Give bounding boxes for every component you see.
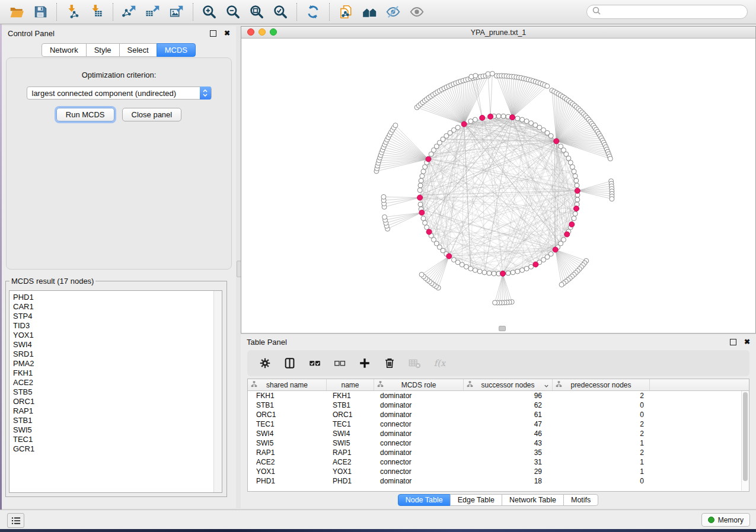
mcds-result-item[interactable]: STP4: [13, 312, 222, 321]
close-control-panel-button[interactable]: ✖: [224, 29, 230, 37]
table-scrollbar[interactable]: [741, 391, 749, 491]
cell-shared-name[interactable]: FKH1: [248, 392, 327, 400]
cell-name[interactable]: YOX1: [327, 467, 374, 476]
show-graphics-details-button[interactable]: [384, 3, 402, 21]
table-row[interactable]: STB1STB1dominator620: [248, 400, 749, 410]
cell-successor-nodes[interactable]: 18: [464, 477, 553, 485]
cell-shared-name[interactable]: ORC1: [248, 411, 327, 419]
refresh-view-button[interactable]: [304, 3, 322, 21]
mcds-result-item[interactable]: ORC1: [13, 397, 222, 406]
mcds-result-item[interactable]: TEC1: [13, 435, 222, 444]
memory-button[interactable]: Memory: [701, 513, 750, 527]
mcds-result-item[interactable]: SWI4: [13, 340, 222, 350]
cell-name[interactable]: ORC1: [327, 411, 374, 419]
table-scrollbar-thumb[interactable]: [743, 392, 748, 481]
cell-name[interactable]: FKH1: [327, 392, 374, 400]
cell-successor-nodes[interactable]: 61: [464, 411, 553, 419]
table-row[interactable]: ACE2ACE2connector311: [248, 457, 749, 467]
cell-name[interactable]: PHD1: [327, 477, 374, 485]
cell-successor-nodes[interactable]: 96: [464, 392, 553, 400]
cell-shared-name[interactable]: YOX1: [248, 467, 327, 476]
cell-MCDS-role[interactable]: dominator: [374, 430, 464, 438]
zoom-out-button[interactable]: [224, 3, 242, 21]
cell-predecessor-nodes[interactable]: 0: [553, 411, 650, 419]
tab-network-table[interactable]: Network Table: [502, 494, 564, 506]
cell-successor-nodes[interactable]: 46: [464, 430, 553, 438]
cell-name[interactable]: TEC1: [327, 420, 374, 428]
float-table-panel-button[interactable]: [730, 339, 736, 345]
cell-shared-name[interactable]: STB1: [248, 401, 327, 409]
table-row[interactable]: ORC1ORC1dominator610: [248, 410, 749, 419]
tab-edge-table[interactable]: Edge Table: [450, 494, 502, 506]
tab-select[interactable]: Select: [119, 43, 157, 57]
mcds-result-item[interactable]: PMA2: [13, 359, 222, 368]
show-column-panel-button[interactable]: [282, 355, 298, 371]
close-window-button[interactable]: [247, 28, 254, 36]
sort-indicator-icon[interactable]: [544, 382, 549, 390]
export-table-button[interactable]: [144, 3, 162, 21]
cell-name[interactable]: RAP1: [327, 448, 374, 457]
zoom-selected-button[interactable]: [272, 3, 289, 21]
cell-MCDS-role[interactable]: dominator: [374, 411, 464, 419]
column-header-predecessor-nodes[interactable]: predecessor nodes: [553, 379, 650, 390]
cell-MCDS-role[interactable]: dominator: [374, 401, 464, 409]
table-row[interactable]: PHD1PHD1dominator180: [248, 476, 749, 486]
table-row[interactable]: RAP1RAP1dominator352: [248, 448, 749, 457]
mcds-result-item[interactable]: YOX1: [13, 331, 222, 340]
cell-predecessor-nodes[interactable]: 2: [553, 448, 650, 457]
cell-shared-name[interactable]: SWI4: [248, 430, 327, 438]
mcds-result-item[interactable]: TID3: [13, 321, 222, 331]
network-overview-button[interactable]: [361, 3, 378, 21]
cell-successor-nodes[interactable]: 31: [464, 458, 553, 466]
tab-motifs[interactable]: Motifs: [563, 494, 598, 506]
search-input[interactable]: [605, 7, 742, 17]
table-row[interactable]: FKH1FKH1dominator962: [248, 391, 749, 400]
table-row[interactable]: SWI5SWI5connector431: [248, 438, 749, 448]
table-row[interactable]: YOX1YOX1connector291: [248, 467, 749, 476]
tab-network[interactable]: Network: [42, 43, 87, 57]
cell-predecessor-nodes[interactable]: 2: [553, 430, 650, 438]
unselect-all-rows-button[interactable]: [331, 355, 348, 371]
cell-shared-name[interactable]: TEC1: [248, 420, 327, 428]
open-session-button[interactable]: [8, 3, 25, 21]
cell-name[interactable]: STB1: [327, 401, 374, 409]
mcds-result-item[interactable]: GCR1: [13, 444, 222, 454]
cell-MCDS-role[interactable]: connector: [374, 467, 464, 476]
export-image-button[interactable]: [168, 3, 186, 21]
zoom-fit-content-button[interactable]: [248, 3, 266, 21]
tab-mcds[interactable]: MCDS: [157, 43, 196, 57]
cell-shared-name[interactable]: RAP1: [248, 448, 327, 457]
column-header-successor-nodes[interactable]: successor nodes: [464, 379, 553, 390]
mcds-result-item[interactable]: FKH1: [13, 368, 222, 378]
select-all-rows-button[interactable]: [307, 355, 323, 371]
maximize-window-button[interactable]: [270, 28, 277, 36]
save-session-button[interactable]: [31, 3, 49, 21]
cell-shared-name[interactable]: PHD1: [248, 477, 327, 485]
column-header-MCDS-role[interactable]: MCDS role: [374, 379, 464, 390]
cell-name[interactable]: SWI4: [327, 430, 374, 438]
cell-shared-name[interactable]: ACE2: [248, 458, 327, 466]
import-table-from-file-button[interactable]: [88, 3, 106, 21]
minimize-window-button[interactable]: [259, 28, 266, 36]
clone-network-button[interactable]: [337, 3, 355, 21]
delete-columns-button[interactable]: [381, 355, 398, 371]
optimization-criterion-select[interactable]: largest connected component (undirected): [27, 86, 212, 100]
column-header-shared-name[interactable]: shared name: [248, 379, 327, 390]
cell-successor-nodes[interactable]: 62: [464, 401, 553, 409]
mcds-list-scrollbar[interactable]: [213, 291, 222, 492]
create-column-button[interactable]: [356, 355, 373, 371]
cell-predecessor-nodes[interactable]: 1: [553, 439, 650, 447]
cell-successor-nodes[interactable]: 35: [464, 448, 553, 457]
cell-MCDS-role[interactable]: dominator: [374, 477, 464, 485]
cell-MCDS-role[interactable]: connector: [374, 439, 464, 447]
mcds-result-item[interactable]: STB1: [13, 416, 222, 425]
network-graph[interactable]: [241, 38, 755, 333]
import-network-from-file-button[interactable]: [64, 3, 82, 21]
cell-predecessor-nodes[interactable]: 2: [553, 420, 650, 428]
cell-predecessor-nodes[interactable]: 1: [553, 467, 650, 476]
cell-name[interactable]: ACE2: [327, 458, 374, 466]
float-control-panel-button[interactable]: [210, 30, 216, 37]
task-history-button[interactable]: [7, 513, 24, 528]
cell-MCDS-role[interactable]: connector: [374, 458, 464, 466]
cell-successor-nodes[interactable]: 47: [464, 420, 553, 428]
